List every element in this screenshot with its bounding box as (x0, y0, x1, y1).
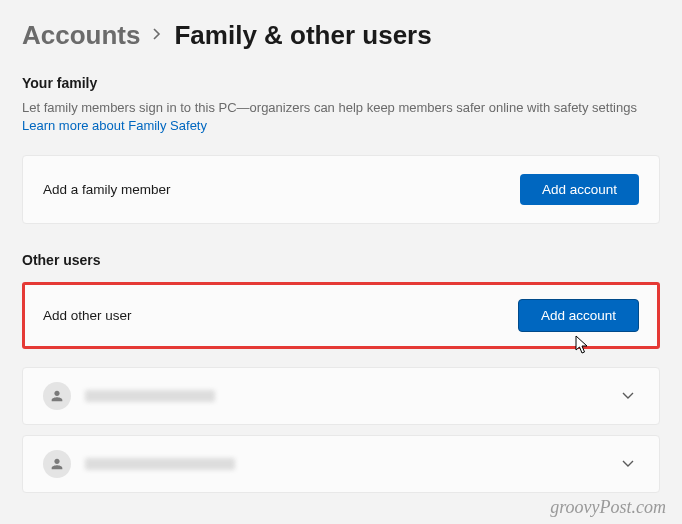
breadcrumb: Accounts Family & other users (22, 20, 660, 51)
other-users-title: Other users (22, 252, 660, 268)
add-family-account-button[interactable]: Add account (520, 174, 639, 205)
user-row[interactable] (22, 367, 660, 425)
family-safety-link[interactable]: Learn more about Family Safety (22, 118, 207, 133)
page-title: Family & other users (174, 20, 431, 51)
avatar-icon (43, 382, 71, 410)
add-other-account-button[interactable]: Add account (518, 299, 639, 332)
chevron-down-icon[interactable] (617, 451, 639, 477)
add-other-user-card: Add other user Add account (22, 282, 660, 349)
avatar-icon (43, 450, 71, 478)
watermark: groovyPost.com (550, 497, 666, 518)
breadcrumb-prev[interactable]: Accounts (22, 20, 140, 51)
add-family-card: Add a family member Add account (22, 155, 660, 224)
chevron-down-icon[interactable] (617, 383, 639, 409)
family-section-title: Your family (22, 75, 660, 91)
add-family-label: Add a family member (43, 182, 171, 197)
chevron-right-icon (152, 27, 162, 44)
add-other-user-label: Add other user (43, 308, 132, 323)
user-name-redacted (85, 390, 215, 402)
user-name-redacted (85, 458, 235, 470)
user-row[interactable] (22, 435, 660, 493)
family-section-desc: Let family members sign in to this PC—or… (22, 99, 660, 135)
